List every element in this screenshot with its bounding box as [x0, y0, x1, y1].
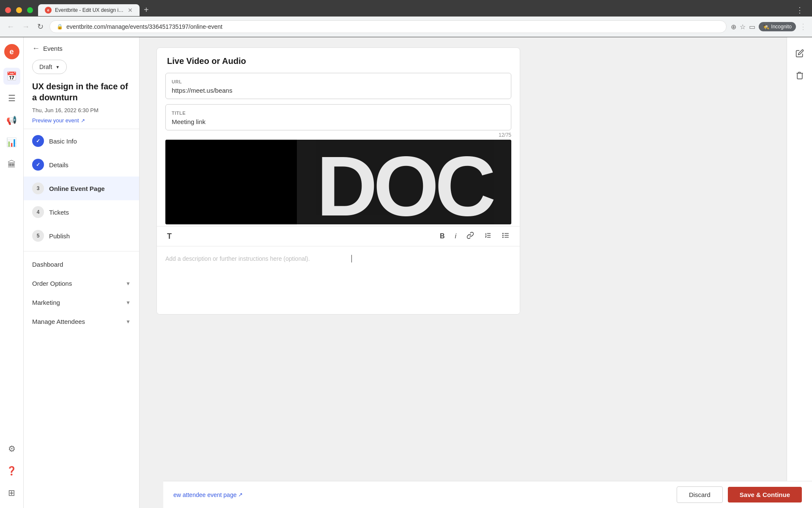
- sidebar-item-order-options[interactable]: Order Options ▼: [24, 274, 139, 293]
- preview-attendee-link[interactable]: ew attendee event page ↗: [173, 491, 243, 498]
- settings-icon[interactable]: ⚙: [3, 440, 20, 457]
- external-link-icon: ↗: [81, 118, 85, 124]
- eventbrite-logo: e: [4, 44, 19, 59]
- url-field-container: URL https://meet.us/beans: [165, 73, 511, 99]
- new-tab-button[interactable]: +: [140, 3, 153, 17]
- sidebar-item-tickets[interactable]: 4 Tickets: [24, 200, 139, 224]
- doc-text: DOC: [316, 152, 491, 220]
- sidebar-item-manage-attendees[interactable]: Manage Attendees ▼: [24, 312, 139, 331]
- ordered-list-icon: [484, 232, 492, 239]
- order-options-chevron-icon: ▼: [126, 281, 131, 287]
- event-title: UX design in the face of a downturn: [24, 77, 139, 105]
- url-input[interactable]: https://meet.us/beans: [166, 86, 511, 99]
- description-placeholder: Add a description or further instruction…: [165, 255, 310, 262]
- address-text: eventbrite.com/manage/events/33645173519…: [66, 23, 222, 30]
- browser-more-icon[interactable]: ⋮: [799, 22, 807, 31]
- forward-nav-button[interactable]: →: [20, 21, 31, 33]
- close-button[interactable]: [5, 7, 11, 13]
- char-count: 12/75: [157, 130, 520, 140]
- discard-button[interactable]: Discard: [677, 486, 723, 503]
- megaphone-icon[interactable]: 📢: [3, 112, 20, 129]
- section-title: Live Video or Audio: [157, 48, 520, 66]
- edit-icon[interactable]: [792, 46, 807, 61]
- cast-icon[interactable]: ▭: [749, 23, 755, 31]
- step-label-basic-info: Basic Info: [49, 138, 77, 145]
- save-continue-button[interactable]: Save & Continue: [728, 487, 802, 502]
- step-indicator-publish: 5: [32, 230, 44, 242]
- tab-close-icon[interactable]: ✕: [128, 7, 133, 14]
- tab-favicon: e: [45, 7, 52, 14]
- sidebar-item-online-event[interactable]: 3 Online Event Page: [24, 177, 139, 200]
- manage-attendees-label: Manage Attendees: [32, 318, 85, 325]
- sidebar-item-marketing[interactable]: Marketing ▼: [24, 293, 139, 312]
- title-input[interactable]: Meeting link: [166, 117, 511, 130]
- step-indicator-details: ✓: [32, 159, 44, 171]
- address-bar[interactable]: 🔒 eventbrite.com/manage/events/336451735…: [49, 20, 727, 33]
- svg-point-6: [503, 233, 504, 234]
- back-nav-button[interactable]: ←: [5, 21, 16, 33]
- reload-button[interactable]: ↻: [36, 20, 45, 33]
- text-cursor: [351, 255, 352, 262]
- preview-link[interactable]: Preview your event ↗: [24, 116, 139, 129]
- bold-button[interactable]: B: [436, 231, 448, 242]
- step-indicator-tickets: 4: [32, 206, 44, 218]
- step-indicator-basic-info: ✓: [32, 135, 44, 147]
- url-label: URL: [166, 73, 511, 86]
- ordered-list-button[interactable]: [481, 230, 495, 243]
- back-arrow-icon[interactable]: ←: [32, 44, 40, 53]
- events-nav[interactable]: ← Events: [24, 37, 139, 56]
- browser-tab[interactable]: e Eventbrite - Edit UX design in ... ✕: [38, 4, 140, 16]
- calendar-icon[interactable]: 📅: [3, 68, 20, 85]
- draft-button[interactable]: Draft ▼: [32, 60, 67, 74]
- help-icon[interactable]: ❓: [3, 462, 20, 479]
- incognito-badge: 🕵 Incognito: [759, 22, 796, 31]
- sidebar-item-details[interactable]: ✓ Details: [24, 153, 139, 177]
- step-label-publish: Publish: [49, 232, 70, 240]
- link-icon: [466, 232, 474, 239]
- minimize-button[interactable]: [16, 7, 22, 13]
- browser-menu-icon[interactable]: ⋮: [793, 4, 807, 17]
- maximize-button[interactable]: [27, 7, 33, 13]
- event-image: DOC: [165, 140, 511, 224]
- text-format-button[interactable]: T: [164, 230, 175, 243]
- order-options-label: Order Options: [32, 280, 72, 287]
- title-label: Title: [166, 105, 511, 117]
- title-field-container: Title Meeting link: [165, 104, 511, 130]
- unordered-list-button[interactable]: [499, 230, 513, 243]
- bookmark-icon[interactable]: ☆: [740, 23, 746, 31]
- step-label-online-event: Online Event Page: [49, 185, 105, 192]
- step-indicator-online-event: 3: [32, 182, 44, 194]
- sidebar-divider-2: [24, 251, 139, 251]
- sidebar-item-publish[interactable]: 5 Publish: [24, 224, 139, 248]
- sidebar-item-dashboard[interactable]: Dashboard: [24, 255, 139, 274]
- action-bar: ew attendee event page ↗ Discard Save & …: [163, 481, 812, 508]
- delete-icon[interactable]: [792, 68, 807, 83]
- building-icon[interactable]: 🏛: [3, 156, 20, 173]
- tab-title: Eventbrite - Edit UX design in ...: [55, 7, 124, 13]
- list-icon[interactable]: ☰: [3, 90, 20, 107]
- italic-button[interactable]: i: [451, 231, 460, 242]
- lock-icon: 🔒: [57, 24, 63, 30]
- extension-icon[interactable]: ⊕: [731, 23, 736, 31]
- marketing-chevron-icon: ▼: [126, 300, 131, 306]
- marketing-label: Marketing: [32, 299, 60, 306]
- sidebar-item-basic-info[interactable]: ✓ Basic Info: [24, 129, 139, 153]
- draft-label: Draft: [39, 64, 52, 70]
- editor-toolbar: T B i: [157, 226, 520, 246]
- link-button[interactable]: [463, 230, 477, 243]
- draft-chevron-icon: ▼: [55, 65, 60, 69]
- grid-icon[interactable]: ⊞: [3, 484, 20, 501]
- chart-icon[interactable]: 📊: [3, 134, 20, 151]
- svg-point-7: [503, 235, 504, 236]
- svg-point-8: [503, 237, 504, 238]
- step-label-details: Details: [49, 161, 69, 168]
- description-editor[interactable]: Add a description or further instruction…: [157, 246, 520, 314]
- step-label-tickets: Tickets: [49, 209, 69, 216]
- dashboard-label: Dashboard: [32, 261, 63, 268]
- unordered-list-icon: [502, 232, 510, 239]
- event-date: Thu, Jun 16, 2022 6:30 PM: [24, 105, 139, 116]
- events-link[interactable]: Events: [43, 45, 63, 52]
- manage-attendees-chevron-icon: ▼: [126, 319, 131, 325]
- preview-external-link-icon: ↗: [238, 491, 243, 498]
